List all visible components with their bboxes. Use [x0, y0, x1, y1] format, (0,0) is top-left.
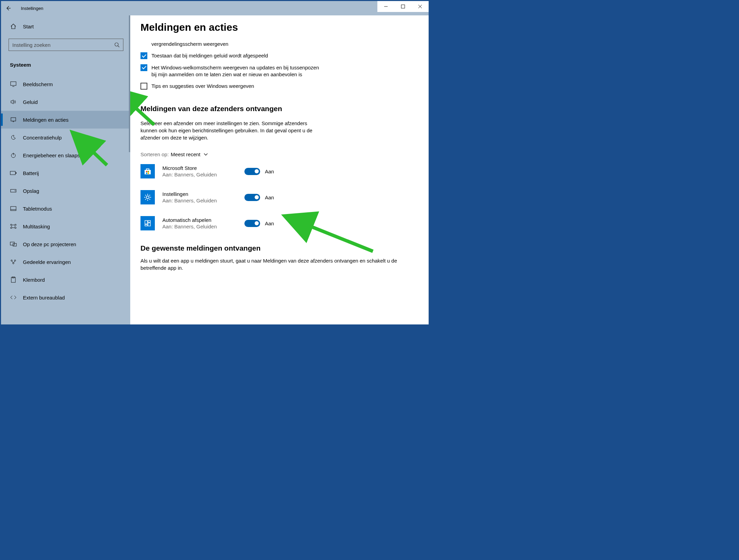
moon-icon [10, 135, 17, 140]
notify-icon [10, 117, 17, 122]
sidebar-item-projecteren[interactable]: Op deze pc projecteren [1, 235, 130, 253]
svg-point-30 [146, 196, 149, 199]
svg-rect-31 [145, 221, 147, 224]
checkbox-label: Toestaan dat bij meldingen geluid wordt … [151, 52, 268, 59]
toggle-state: Aan [265, 195, 274, 200]
maximize-button[interactable] [394, 1, 412, 12]
close-button[interactable] [412, 1, 429, 12]
sidebar-item-label: Tabletmodus [23, 206, 52, 212]
svg-point-22 [13, 263, 14, 264]
sender-name: Automatisch afspelen [162, 217, 244, 223]
sidebar-item-meldingen[interactable]: Meldingen en acties [1, 111, 130, 129]
senders-title: Meldingen van deze afzenders ontvangen [140, 105, 418, 113]
svg-point-20 [11, 260, 12, 261]
project-icon [10, 242, 17, 246]
svg-point-4 [115, 43, 118, 46]
battery-icon [10, 171, 17, 175]
svg-rect-12 [16, 172, 16, 174]
page-title: Meldingen en acties [140, 22, 418, 33]
sidebar-item-label: Klembord [23, 277, 45, 283]
store-icon [140, 164, 155, 178]
sidebar-item-label: Multitasking [23, 224, 50, 229]
home-button[interactable]: Start [1, 18, 130, 35]
multitask-icon [10, 224, 17, 229]
sort-dropdown[interactable]: Sorteren op: Meest recent [140, 151, 418, 157]
minimize-button[interactable] [377, 1, 394, 12]
sender-row[interactable]: Instellingen Aan: Banners, Geluiden Aan [140, 190, 418, 204]
svg-point-21 [14, 260, 16, 261]
search-input[interactable] [12, 42, 114, 48]
sidebar-item-label: Gedeelde ervaringen [23, 259, 71, 265]
home-label: Start [23, 24, 34, 29]
section-label: Systeem [1, 57, 130, 75]
svg-rect-28 [146, 173, 147, 174]
storage-icon [10, 189, 17, 192]
window-title: Instellingen [21, 6, 43, 11]
sidebar-item-label: Beeldscherm [23, 81, 53, 87]
svg-rect-15 [11, 206, 16, 211]
sidebar-item-gedeelde[interactable]: Gedeelde ervaringen [1, 253, 130, 271]
sidebar-item-extern[interactable]: Extern bureaublad [1, 289, 130, 306]
sidebar: Start Systeem Beeldscherm Geluid Melding… [1, 15, 130, 324]
gear-icon [140, 190, 155, 204]
sound-icon [10, 99, 17, 105]
main-content: Meldingen en acties vergrendelingsscherm… [130, 15, 429, 324]
sender-row[interactable]: Automatisch afspelen Aan: Banners, Gelui… [140, 216, 418, 230]
checkbox-label: vergrendelingsscherm weergeven [151, 41, 228, 48]
sort-value: Meest recent [171, 151, 201, 157]
senders-desc: Selecteer een afzender om meer instellin… [140, 120, 325, 141]
desired-desc: Als u wilt dat een app u meldingen stuur… [140, 257, 418, 271]
svg-rect-1 [401, 5, 405, 8]
tablet-icon [10, 206, 17, 211]
sidebar-item-label: Opslag [23, 188, 39, 194]
sidebar-item-label: Meldingen en acties [23, 117, 68, 123]
remote-icon [10, 295, 17, 300]
svg-rect-33 [148, 223, 150, 226]
svg-rect-6 [11, 82, 16, 85]
sidebar-item-opslag[interactable]: Opslag [1, 182, 130, 200]
back-button[interactable] [1, 1, 15, 15]
desired-title: De gewenste meldingen ontvangen [140, 244, 418, 252]
checkbox-tips[interactable] [140, 83, 147, 90]
svg-rect-11 [10, 171, 15, 175]
search-input-wrapper[interactable] [9, 39, 123, 51]
svg-rect-8 [11, 118, 16, 121]
sender-name: Microsoft Store [162, 165, 244, 171]
sidebar-item-beeldscherm[interactable]: Beeldscherm [1, 75, 130, 93]
clipboard-icon [10, 277, 17, 283]
sender-row[interactable]: Microsoft Store Aan: Banners, Geluiden A… [140, 164, 418, 178]
display-icon [10, 81, 17, 87]
toggle-state: Aan [265, 169, 274, 174]
toggle-instellingen[interactable] [244, 194, 260, 201]
sender-name: Instellingen [162, 191, 244, 197]
power-icon [10, 152, 17, 158]
sidebar-item-label: Batterij [23, 170, 39, 176]
home-icon [10, 23, 17, 29]
search-icon [114, 42, 120, 48]
sidebar-item-geluid[interactable]: Geluid [1, 93, 130, 111]
svg-point-14 [15, 190, 15, 191]
checkbox-label: Het Windows-welkomstscherm weergeven na … [151, 64, 325, 78]
svg-rect-29 [148, 173, 149, 174]
checkbox-label: Tips en suggesties over Windows weergeve… [151, 83, 254, 90]
sender-sub: Aan: Banners, Geluiden [162, 224, 244, 229]
sidebar-item-tabletmodus[interactable]: Tabletmodus [1, 200, 130, 217]
toggle-store[interactable] [244, 168, 260, 175]
sender-sub: Aan: Banners, Geluiden [162, 172, 244, 177]
sidebar-item-energiebeheer[interactable]: Energiebeheer en slaapstand [1, 146, 130, 164]
sidebar-item-batterij[interactable]: Batterij [1, 164, 130, 182]
sidebar-item-multitasking[interactable]: Multitasking [1, 217, 130, 235]
sidebar-item-concentratiehulp[interactable]: Concentratiehulp [1, 129, 130, 146]
checkbox-welcome[interactable] [140, 64, 147, 71]
svg-rect-17 [12, 225, 15, 228]
toggle-autoplay[interactable] [244, 220, 260, 227]
sender-sub: Aan: Banners, Geluiden [162, 198, 244, 203]
sidebar-item-label: Geluid [23, 99, 38, 105]
grid-icon [140, 216, 155, 230]
sidebar-item-label: Extern bureaublad [23, 295, 65, 301]
svg-line-5 [118, 46, 119, 47]
toggle-state: Aan [265, 221, 274, 226]
svg-rect-32 [148, 221, 150, 222]
checkbox-sound[interactable] [140, 52, 147, 59]
sidebar-item-klembord[interactable]: Klembord [1, 271, 130, 289]
